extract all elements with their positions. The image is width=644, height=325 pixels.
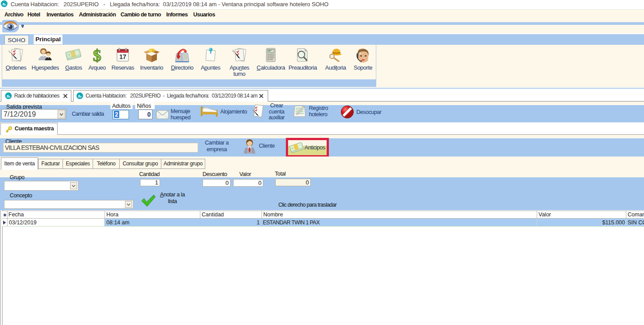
svg-text:$: $ [93, 47, 101, 63]
svg-text:17: 17 [119, 53, 126, 60]
